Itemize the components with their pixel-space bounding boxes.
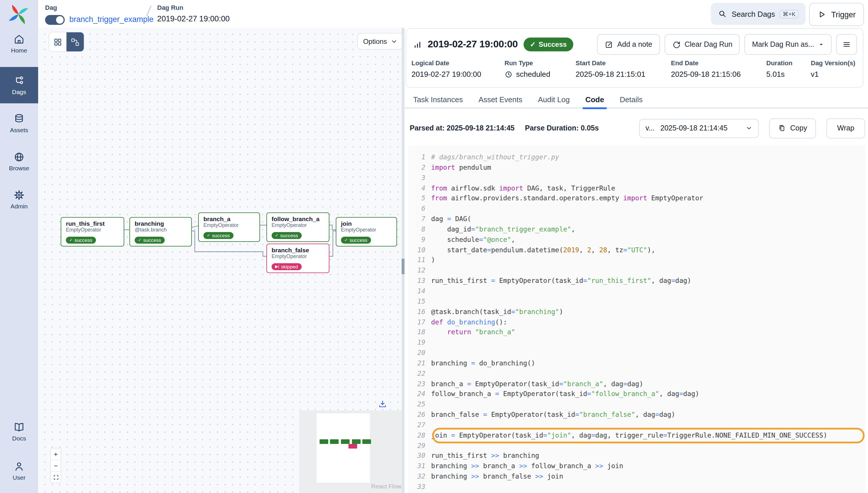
task-operator: EmptyOperator — [271, 253, 324, 260]
line-number: 23 — [408, 379, 431, 389]
meta-duration: Duration 5.01s — [766, 60, 792, 79]
meta-logical-date: Logical Date 2019-02-27 19:00:00 — [411, 60, 481, 79]
tab-code[interactable]: Code — [583, 90, 607, 109]
meta-value[interactable]: v1 — [811, 70, 855, 79]
line-content: import pendulum — [431, 163, 865, 173]
search-dags-input[interactable]: Search Dags ⌘+K — [711, 3, 806, 25]
sidebar-item-label: Home — [11, 47, 27, 54]
success-icon: ✓ — [138, 237, 142, 243]
airflow-app: Home Dags Assets Browse Admin Docs — [0, 0, 868, 493]
search-icon — [718, 9, 727, 19]
line-content: branching >> branch_false >> join — [431, 472, 865, 482]
graph-node-run_this_first[interactable]: run_this_firstEmptyOperator✓success — [61, 217, 124, 246]
sidebar-item-home[interactable]: Home — [0, 34, 38, 54]
airflow-logo[interactable] — [7, 3, 29, 25]
trigger-button[interactable]: Trigger — [809, 3, 864, 26]
breadcrumb-dagrun-label: Dag Run — [157, 4, 183, 11]
sidebar-item-user[interactable]: User — [0, 461, 38, 481]
graph-node-branching[interactable]: branching@task.branch✓success — [129, 217, 192, 246]
sidebar-item-admin[interactable]: Admin — [0, 189, 38, 210]
clear-dagrun-label: Clear Dag Run — [685, 40, 732, 48]
copy-label: Copy — [790, 124, 807, 132]
line-number: 21 — [408, 359, 431, 369]
more-menu-button[interactable] — [836, 34, 857, 55]
graph-node-branch_a[interactable]: branch_aEmptyOperator✓success — [198, 212, 260, 242]
code-line-10: 10 start_date=pendulum.datetime(2019, 2,… — [408, 245, 865, 255]
version-prefix: v... — [646, 124, 655, 132]
reactflow-attribution[interactable]: React Flow — [371, 483, 401, 490]
line-content — [431, 400, 865, 410]
minimap-node-success — [330, 439, 339, 444]
add-note-button[interactable]: Add a note — [597, 34, 660, 55]
line-content: from airflow.providers.standard.operator… — [431, 194, 865, 204]
mark-dagrun-as-dropdown[interactable]: Mark Dag Run as... — [745, 34, 832, 55]
grid-view-button[interactable] — [49, 32, 66, 51]
code-line-19: 19 — [408, 338, 865, 348]
line-content — [431, 266, 865, 276]
meta-end-date: End Date 2025-09-18 21:15:06 — [671, 60, 741, 79]
meta-dag-versions: Dag Version(s) v1 — [811, 60, 855, 79]
graph-node-branch_false[interactable]: branch_falseEmptyOperator▶|skipped — [266, 243, 329, 273]
tab-task-instances[interactable]: Task Instances — [410, 90, 466, 109]
line-number: 17 — [408, 317, 431, 328]
dag-code-viewer[interactable]: 1# dags/branch_without_trigger.py2import… — [408, 146, 865, 493]
dagrun-status-badge: ✓ Success — [524, 38, 573, 51]
tab-asset-events[interactable]: Asset Events — [476, 90, 525, 109]
code-line-25: 25 — [408, 400, 865, 410]
options-button[interactable]: Options — [357, 33, 403, 50]
line-content: join = EmptyOperator(task_id="join", dag… — [431, 431, 865, 441]
tab-audit-log[interactable]: Audit Log — [535, 90, 573, 109]
line-number: 19 — [408, 338, 431, 348]
code-line-24: 24follow_branch_a = EmptyOperator(task_i… — [408, 389, 865, 400]
line-content: ) — [431, 255, 865, 266]
check-icon: ✓ — [530, 40, 536, 48]
clipboard-icon — [778, 124, 786, 132]
breadcrumb-dagrun-value: 2019-02-27 19:00:00 — [157, 15, 230, 23]
dagrun-summary-card: 2019-02-27 19:00:00 ✓ Success Add a note… — [406, 28, 863, 88]
tab-details[interactable]: Details — [617, 90, 646, 109]
clear-dagrun-button[interactable]: Clear Dag Run — [664, 34, 740, 55]
graph-canvas[interactable]: run_this_firstEmptyOperator✓successbranc… — [38, 28, 403, 493]
graph-node-follow_branch_a[interactable]: follow_branch_aEmptyOperator✓success — [266, 212, 329, 242]
graph-minimap[interactable] — [299, 410, 403, 493]
download-image-button[interactable] — [378, 400, 387, 409]
line-content: def do_branching(): — [431, 317, 865, 328]
chevron-down-icon — [390, 38, 397, 45]
sidebar-item-docs[interactable]: Docs — [0, 422, 38, 442]
meta-value: 2025-09-18 21:15:01 — [576, 70, 645, 79]
code-line-12: 12 — [408, 266, 865, 276]
line-number: 26 — [408, 410, 431, 420]
zoom-in-button[interactable]: + — [51, 449, 61, 460]
line-number: 2 — [408, 163, 431, 173]
zoom-out-button[interactable]: − — [51, 460, 61, 472]
sidebar-item-assets[interactable]: Assets — [0, 113, 38, 133]
sidebar-item-browse[interactable]: Browse — [0, 151, 38, 171]
code-line-20: 20 — [408, 348, 865, 359]
code-line-18: 18 return "branch_a" — [408, 328, 865, 338]
sidebar-item-label: Dags — [12, 88, 26, 95]
skipped-icon: ▶| — [275, 264, 279, 270]
grid-icon — [53, 37, 62, 46]
line-number: 25 — [408, 400, 431, 410]
version-select[interactable]: v... 2025-09-18 21:14:45 — [639, 119, 759, 138]
task-operator: EmptyOperator — [271, 222, 324, 229]
line-content — [431, 286, 865, 297]
line-number: 5 — [408, 194, 431, 204]
code-toolbar: Parsed at: 2025-09-18 21:14:45 Parse Dur… — [410, 115, 865, 141]
line-content — [431, 297, 865, 307]
dags-icon — [13, 75, 25, 87]
sidebar-item-dags[interactable]: Dags — [0, 67, 38, 103]
task-state-badge: ▶|skipped — [271, 263, 301, 270]
copy-button[interactable]: Copy — [769, 118, 816, 138]
wrap-button[interactable]: Wrap — [826, 118, 865, 138]
code-line-17: 17def do_branching(): — [408, 317, 865, 328]
dag-pause-toggle[interactable] — [45, 15, 65, 25]
breadcrumb-dag-link[interactable]: branch_trigger_example — [69, 15, 154, 24]
admin-icon — [13, 189, 25, 201]
code-line-3: 3 — [408, 173, 865, 183]
fit-view-button[interactable] — [51, 472, 61, 483]
note-icon — [604, 40, 613, 49]
graph-view-button[interactable] — [66, 32, 84, 51]
graph-node-join[interactable]: joinEmptyOperator✓success — [336, 217, 397, 246]
minimap-node-success — [341, 439, 350, 444]
